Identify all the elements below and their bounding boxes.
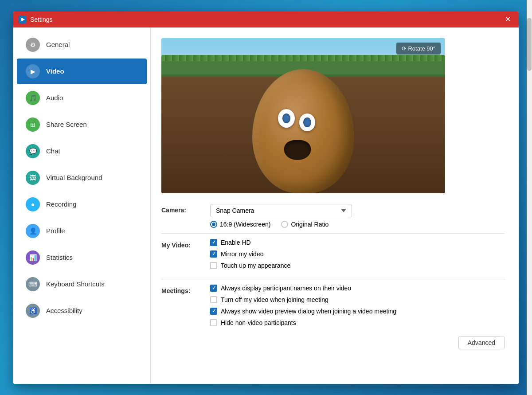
video-preview: ⟳ Rotate 90° — [161, 38, 445, 193]
profile-icon: 👤 — [26, 224, 40, 238]
sidebar-item-share-screen[interactable]: ⊞Share Screen — [17, 112, 147, 137]
radio-original-indicator — [281, 221, 288, 228]
camera-label: Camera: — [161, 204, 210, 214]
sidebar-item-chat[interactable]: 💬Chat — [17, 138, 147, 164]
sidebar-label-general: General — [46, 41, 70, 48]
radio-widescreen-indicator — [210, 221, 217, 228]
sidebar-label-statistics: Statistics — [46, 254, 73, 261]
main-panel: ⟳ Rotate 90° Camera: Snap CameraDefault … — [151, 27, 519, 384]
my-video-row: My Video: Enable HD Mirror my video Touc… — [161, 239, 505, 274]
display-names-checkbox[interactable] — [210, 285, 217, 292]
meetings-label: Meetings: — [161, 285, 210, 294]
ratio-widescreen[interactable]: 16:9 (Widescreen) — [210, 221, 270, 228]
hide-non-video-label: Hide non-video participants — [221, 319, 296, 326]
display-names-option[interactable]: Always display participant names on thei… — [210, 285, 505, 292]
sidebar-label-chat: Chat — [46, 147, 60, 155]
turn-off-video-option[interactable]: Turn off my video when joining meeting — [210, 296, 505, 303]
ratio-widescreen-label: 16:9 (Widescreen) — [220, 221, 270, 228]
sidebar-item-statistics[interactable]: 📊Statistics — [17, 245, 147, 270]
enable-hd-label: Enable HD — [221, 239, 251, 246]
touch-up-checkbox[interactable] — [210, 262, 217, 269]
potato-eye-left — [278, 109, 295, 128]
camera-row: Camera: Snap CameraDefault CameraFaceTim… — [161, 204, 505, 228]
touch-up-label: Touch up my appearance — [221, 262, 290, 269]
general-icon: ⚙ — [26, 38, 40, 52]
share-screen-icon: ⊞ — [26, 117, 40, 132]
sidebar-item-accessibility[interactable]: ♿Accessibility — [17, 298, 147, 324]
statistics-icon: 📊 — [26, 250, 40, 265]
potato-avatar — [241, 56, 365, 193]
recording-icon: ● — [26, 197, 40, 211]
potato-mouth — [284, 140, 311, 160]
sidebar-label-share-screen: Share Screen — [46, 121, 87, 128]
sidebar-label-virtual-background: Virtual Background — [46, 174, 102, 181]
advanced-row: Advanced — [161, 336, 505, 349]
touch-up-option[interactable]: Touch up my appearance — [210, 262, 505, 269]
potato-eye-right — [299, 113, 315, 131]
sidebar-item-video[interactable]: ▶Video — [17, 59, 147, 84]
hide-non-video-checkbox[interactable] — [210, 319, 217, 326]
ratio-group: 16:9 (Widescreen) Original Ratio — [210, 221, 505, 228]
main-content: ⚙General▶Video🎵Audio⊞Share Screen💬Chat🖼V… — [13, 27, 519, 384]
display-names-label: Always display participant names on thei… — [221, 285, 351, 292]
ratio-original-label: Original Ratio — [291, 221, 329, 228]
enable-hd-option[interactable]: Enable HD — [210, 239, 505, 246]
mirror-video-label: Mirror my video — [221, 250, 263, 258]
meetings-controls: Always display participant names on thei… — [210, 285, 505, 331]
sidebar-label-accessibility: Accessibility — [46, 307, 82, 314]
accessibility-icon: ♿ — [26, 304, 40, 318]
my-video-label: My Video: — [161, 239, 210, 249]
titlebar: Settings ✕ — [13, 12, 519, 27]
keyboard-shortcuts-icon: ⌨ — [26, 277, 40, 291]
sidebar-label-audio: Audio — [46, 94, 63, 102]
potato-body — [252, 69, 354, 193]
show-preview-option[interactable]: Always show video preview dialog when jo… — [210, 308, 505, 315]
advanced-button[interactable]: Advanced — [458, 336, 505, 349]
mirror-video-checkbox[interactable] — [210, 250, 217, 258]
meetings-row: Meetings: Always display participant nam… — [161, 285, 505, 331]
sidebar-item-audio[interactable]: 🎵Audio — [17, 85, 147, 111]
sidebar-label-video: Video — [46, 67, 64, 75]
settings-window: Settings ✕ ⚙General▶Video🎵Audio⊞Share Sc… — [13, 12, 519, 384]
chat-icon: 💬 — [26, 144, 40, 158]
sidebar-label-recording: Recording — [46, 200, 76, 208]
window-title: Settings — [30, 16, 502, 23]
app-icon — [19, 16, 27, 23]
sidebar-item-keyboard-shortcuts[interactable]: ⌨Keyboard Shortcuts — [17, 271, 147, 297]
divider-1 — [161, 233, 505, 234]
turn-off-video-checkbox[interactable] — [210, 296, 217, 303]
hide-non-video-option[interactable]: Hide non-video participants — [210, 319, 505, 326]
show-preview-checkbox[interactable] — [210, 308, 217, 315]
my-video-controls: Enable HD Mirror my video Touch up my ap… — [210, 239, 505, 274]
rotate-button[interactable]: ⟳ Rotate 90° — [396, 43, 441, 55]
turn-off-video-label: Turn off my video when joining meeting — [221, 296, 329, 303]
mirror-video-option[interactable]: Mirror my video — [210, 250, 505, 258]
sidebar-item-general[interactable]: ⚙General — [17, 32, 147, 58]
camera-controls: Snap CameraDefault CameraFaceTime HD Cam… — [210, 204, 505, 228]
sidebar-label-keyboard-shortcuts: Keyboard Shortcuts — [46, 280, 105, 288]
sidebar-item-virtual-background[interactable]: 🖼Virtual Background — [17, 165, 147, 191]
sidebar-item-recording[interactable]: ●Recording — [17, 192, 147, 217]
sidebar: ⚙General▶Video🎵Audio⊞Share Screen💬Chat🖼V… — [13, 27, 151, 384]
virtual-background-icon: 🖼 — [26, 171, 40, 185]
divider-2 — [161, 279, 505, 279]
sidebar-item-profile[interactable]: 👤Profile — [17, 218, 147, 244]
sidebar-label-profile: Profile — [46, 227, 65, 235]
audio-icon: 🎵 — [26, 91, 40, 105]
camera-select[interactable]: Snap CameraDefault CameraFaceTime HD Cam… — [210, 204, 352, 217]
ratio-original[interactable]: Original Ratio — [281, 221, 329, 228]
video-icon: ▶ — [26, 64, 40, 78]
show-preview-label: Always show video preview dialog when jo… — [221, 308, 396, 315]
enable-hd-checkbox[interactable] — [210, 239, 217, 246]
close-button[interactable]: ✕ — [502, 14, 513, 24]
